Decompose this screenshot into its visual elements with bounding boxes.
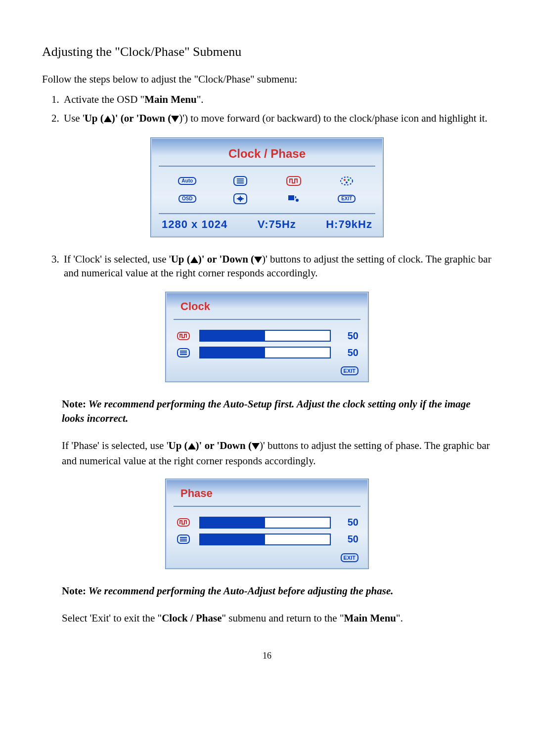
phase-lines-icon — [176, 348, 191, 357]
clock-sliders: 50 50 EXIT — [174, 319, 360, 378]
phase-value-2: 50 — [339, 534, 358, 545]
osd-status-line: 1280 x 1024 V:75Hz H:79kHz — [159, 214, 375, 232]
final-paragraph: Select 'Exit' to exit the "Clock / Phase… — [62, 611, 492, 625]
steps-list: Activate the OSD "Main Menu". Use 'Up ()… — [42, 92, 492, 126]
clock-wave-icon — [176, 518, 191, 527]
osd-main-title: Clock / Phase — [159, 147, 375, 161]
svg-point-6 — [346, 181, 348, 183]
hfreq-text: H:79kHz — [326, 218, 372, 231]
svg-point-5 — [348, 179, 350, 181]
osd-icon-grid: Auto OSD — [159, 166, 375, 214]
clock-slider-1 — [199, 330, 331, 342]
phase-slider-1 — [199, 517, 331, 529]
svg-rect-10 — [295, 196, 296, 198]
document-page: Adjusting the "Clock/Phase" Submenu Foll… — [0, 0, 534, 691]
phase-slider-row-2: 50 — [176, 534, 358, 545]
clock-wave-icon — [176, 332, 191, 340]
triangle-up-icon — [104, 116, 112, 122]
clock-exit-icon: EXIT — [341, 366, 358, 375]
svg-rect-8 — [288, 195, 294, 200]
osd-clock-title: Clock — [174, 300, 360, 313]
clock-slider-row-1: 50 — [176, 330, 358, 342]
intro-text: Follow the steps below to adjust the "Cl… — [42, 73, 492, 86]
phase-lines-icon — [176, 534, 191, 544]
clock-value-1: 50 — [339, 330, 358, 342]
osd-phase-figure: Phase 50 — [42, 479, 492, 569]
exit-icon: EXIT — [336, 191, 357, 206]
steps-list-continued: If 'Clock' is selected, use 'Up ()' or '… — [42, 252, 492, 280]
osd-phase-box: Phase 50 — [165, 479, 369, 569]
svg-point-9 — [296, 199, 299, 202]
phase-value-1: 50 — [339, 517, 358, 528]
triangle-down-icon — [252, 443, 260, 449]
triangle-down-icon — [171, 116, 179, 122]
clock-slider-2 — [199, 347, 331, 358]
section-heading: Adjusting the "Clock/Phase" Submenu — [42, 44, 492, 59]
step-2: Use 'Up ()' (or 'Down ()') to move forwa… — [62, 111, 492, 125]
menu-icon — [229, 174, 251, 188]
phase-slider-row-1: 50 — [176, 517, 358, 529]
step-1: Activate the OSD "Main Menu". — [62, 92, 492, 106]
svg-point-4 — [344, 179, 346, 181]
triangle-up-icon — [190, 257, 198, 263]
clock-value-2: 50 — [339, 347, 358, 358]
auto-icon: Auto — [177, 174, 198, 188]
osd-phase-title: Phase — [174, 487, 360, 500]
resolution-text: 1280 x 1024 — [162, 218, 227, 231]
note-2: Note: We recommend performing the Auto-A… — [62, 584, 472, 598]
phase-slider-2 — [199, 534, 331, 545]
triangle-up-icon — [188, 443, 196, 449]
triangle-down-icon — [254, 257, 262, 263]
phase-paragraph: If 'Phase' is selected, use 'Up ()' or '… — [62, 438, 492, 468]
clock-slider-row-2: 50 — [176, 347, 358, 358]
osd-setup-icon: OSD — [177, 191, 198, 206]
vfreq-text: V:75Hz — [258, 218, 296, 231]
osd-main-figure: Clock / Phase Auto — [42, 137, 492, 237]
clock-phase-icon — [283, 174, 305, 188]
svg-rect-7 — [238, 197, 242, 200]
phase-exit-icon: EXIT — [341, 553, 358, 562]
misc-icon — [283, 191, 305, 206]
svg-point-3 — [341, 177, 353, 185]
note-1: Note: We recommend performing the Auto-S… — [62, 397, 472, 425]
osd-clock-figure: Clock 50 — [42, 292, 492, 382]
step-3: If 'Clock' is selected, use 'Up ()' or '… — [62, 252, 492, 280]
phase-sliders: 50 50 EXIT — [174, 506, 360, 565]
position-icon — [229, 191, 251, 206]
osd-clock-box: Clock 50 — [165, 292, 369, 382]
page-number: 16 — [42, 651, 492, 661]
osd-main-box: Clock / Phase Auto — [150, 137, 384, 237]
color-icon — [336, 174, 357, 188]
